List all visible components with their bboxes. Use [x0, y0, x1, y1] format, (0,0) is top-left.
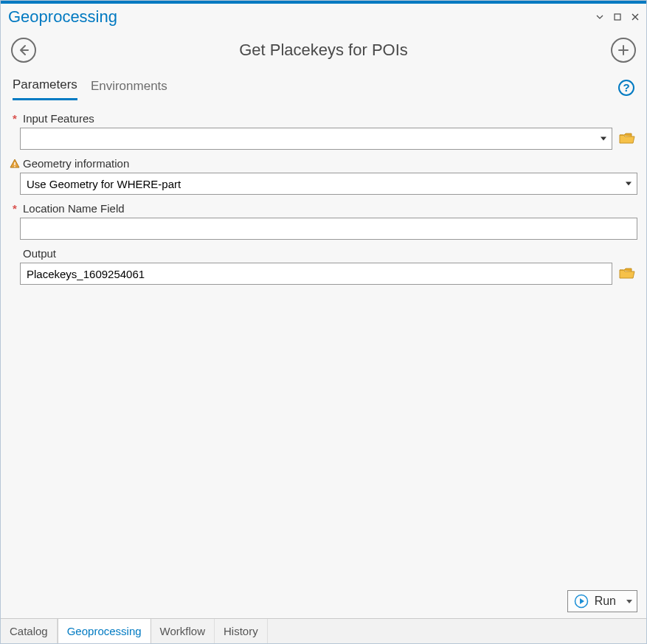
param-input-features: * Input Features [10, 112, 637, 150]
close-icon[interactable] [629, 10, 642, 24]
panel-title-row: Geoprocessing [1, 4, 646, 29]
folder-icon [619, 267, 635, 280]
svg-rect-2 [14, 166, 15, 167]
param-label: Location Name Field [23, 202, 125, 215]
output-field[interactable] [20, 263, 612, 285]
folder-icon [619, 132, 635, 145]
location-name-field-input[interactable] [20, 218, 637, 240]
run-button[interactable]: Run [567, 590, 637, 612]
tab-parameters[interactable]: Parameters [13, 75, 77, 100]
back-button[interactable] [11, 38, 36, 63]
param-output: Output [10, 247, 637, 285]
required-icon: * [10, 112, 20, 125]
input-features-field[interactable] [20, 128, 612, 150]
required-icon: * [10, 202, 20, 215]
param-location-name-field: * Location Name Field [10, 202, 637, 240]
parameters-body: * Input Features Geometry information [1, 100, 646, 586]
run-label: Run [595, 595, 616, 608]
geometry-information-select[interactable] [20, 173, 637, 195]
browse-button[interactable] [617, 263, 637, 285]
tab-catalog[interactable]: Catalog [1, 619, 58, 643]
play-icon [574, 594, 589, 609]
add-button[interactable] [611, 38, 636, 63]
dock-tabs: Catalog Geoprocessing Workflow History [1, 618, 646, 643]
param-label: Geometry information [23, 157, 129, 170]
tab-environments[interactable]: Environments [91, 76, 167, 100]
svg-rect-1 [14, 162, 15, 165]
panel-footer: Run Catalog Geoprocessing Workflow Histo… [1, 586, 646, 643]
panel-title: Geoprocessing [8, 7, 589, 27]
tab-geoprocessing[interactable]: Geoprocessing [58, 618, 151, 643]
help-button[interactable]: ? [618, 80, 634, 96]
browse-button[interactable] [617, 128, 637, 150]
param-label: Output [23, 247, 56, 260]
dropdown-caret-icon [626, 600, 632, 603]
tool-tabs: Parameters Environments ? [1, 67, 646, 100]
auto-hide-icon[interactable] [611, 10, 624, 24]
tab-workflow[interactable]: Workflow [151, 619, 215, 643]
window-options-dropdown-icon[interactable] [593, 10, 606, 24]
tool-header: Get Placekeys for POIs [1, 29, 646, 67]
tool-title: Get Placekeys for POIs [36, 41, 611, 60]
warning-icon [10, 159, 20, 169]
param-label: Input Features [23, 112, 94, 125]
tab-history[interactable]: History [215, 619, 268, 643]
svg-rect-0 [615, 14, 620, 20]
param-geometry-information: Geometry information [10, 157, 637, 195]
geoprocessing-panel: Geoprocessing Get Placekeys for POIs Par… [0, 0, 647, 644]
